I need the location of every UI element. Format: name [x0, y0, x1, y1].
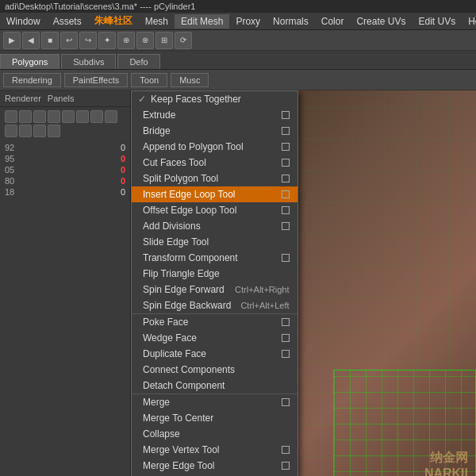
viewport[interactable]: 纳金网 NARKII ✓Keep Faces Together Extrude … — [131, 90, 476, 476]
dd-item-15[interactable]: Wedge Face — [132, 330, 298, 346]
dd-option-box-10[interactable] — [282, 254, 290, 262]
left-panel-header: RendererPanels — [0, 90, 130, 107]
dd-option-box-2[interactable] — [282, 127, 290, 135]
dd-item-text-5: Split Polygon Tool — [143, 173, 275, 184]
dd-option-box-23[interactable] — [282, 462, 290, 470]
panel-icon-11[interactable] — [48, 125, 60, 137]
dd-option-box-15[interactable] — [282, 334, 290, 342]
dd-item-0[interactable]: ✓Keep Faces Together — [132, 91, 298, 107]
menu-item-window[interactable]: Window — [0, 14, 47, 29]
dd-item-8[interactable]: Add Divisions — [132, 218, 298, 234]
menu-item-edit-mesh[interactable]: Edit Mesh — [175, 14, 229, 29]
dd-option-box-1[interactable] — [282, 111, 290, 119]
tb-btn-6[interactable]: ✦ — [98, 32, 116, 49]
tb-btn-1[interactable]: ▶ — [3, 32, 21, 49]
dd-item-text-12: Spin Edge Forward — [143, 284, 225, 295]
dd-item-16[interactable]: Duplicate Face — [132, 346, 298, 362]
dd-item-9[interactable]: Slide Edge Tool — [132, 234, 298, 250]
panel-icon-6[interactable] — [90, 110, 103, 123]
dd-item-6[interactable]: Insert Edge Loop Tool — [132, 186, 298, 202]
tb-btn-2[interactable]: ◀ — [22, 32, 40, 49]
tb-btn-5[interactable]: ↪ — [79, 32, 97, 49]
dd-option-box-5[interactable] — [282, 175, 290, 182]
panel-icon-4[interactable] — [62, 110, 75, 123]
menu-item-color[interactable]: Color — [315, 14, 351, 29]
menu-item-assets[interactable]: Assets — [47, 14, 88, 29]
dd-option-box-8[interactable] — [282, 222, 290, 230]
dd-option-box-19[interactable] — [282, 398, 290, 406]
dd-item-text-9: Slide Edge Tool — [143, 236, 290, 248]
panel-icon-8[interactable] — [5, 125, 17, 137]
dd-item-text-4: Cut Faces Tool — [143, 157, 275, 168]
dd-item-14[interactable]: Poke Face — [132, 313, 298, 330]
panel-icon-3[interactable] — [48, 110, 60, 123]
dd-item-12[interactable]: Spin Edge ForwardCtrl+Alt+Right — [132, 282, 298, 298]
tb-btn-3[interactable]: ■ — [41, 32, 59, 49]
tab-polygons[interactable]: Polygons — [0, 54, 60, 69]
tab2-painteffects[interactable]: PaintEffects — [64, 73, 129, 87]
dd-option-box-6[interactable] — [282, 190, 290, 198]
menu-item-朱峰社区[interactable]: 朱峰社区 — [88, 13, 139, 29]
dd-item-1[interactable]: Extrude — [132, 107, 298, 123]
menu-item-proxy[interactable]: Proxy — [229, 14, 267, 29]
tb-btn-8[interactable]: ⊗ — [136, 32, 154, 49]
panel-icon-5[interactable] — [76, 110, 89, 123]
menu-item-edit-uvs[interactable]: Edit UVs — [412, 14, 462, 29]
dd-item-20[interactable]: Merge To Center — [132, 410, 298, 426]
dd-item-23[interactable]: Merge Edge Tool — [132, 458, 298, 474]
dd-item-11[interactable]: Flip Triangle Edge — [132, 266, 298, 282]
tb-btn-7[interactable]: ⊕ — [117, 32, 135, 49]
menu-item-create-uvs[interactable]: Create UVs — [350, 14, 412, 29]
tb-btn-10[interactable]: ⟳ — [175, 32, 192, 49]
dd-item-10[interactable]: Transform Component — [132, 250, 298, 266]
tb-btn-4[interactable]: ↩ — [60, 32, 78, 49]
dd-shortcut-12: Ctrl+Alt+Right — [235, 285, 289, 294]
dd-option-box-14[interactable] — [282, 318, 290, 326]
tab2-rendering[interactable]: Rendering — [3, 73, 61, 87]
dd-item-22[interactable]: Merge Vertex Tool — [132, 442, 298, 458]
dd-item-text-21: Collapse — [143, 428, 290, 440]
panel-icon-0[interactable] — [5, 110, 17, 123]
dd-item-5[interactable]: Split Polygon Tool — [132, 171, 298, 186]
dd-option-box-22[interactable] — [282, 446, 290, 454]
panel-icon-10[interactable] — [33, 125, 46, 137]
dd-item-text-1: Extrude — [143, 109, 275, 121]
dd-item-7[interactable]: Offset Edge Loop Tool — [132, 202, 298, 218]
dd-item-17[interactable]: Connect Components — [132, 362, 298, 378]
panel-label-panels: Panels — [48, 94, 75, 103]
dd-item-13[interactable]: Spin Edge BackwardCtrl+Alt+Left — [132, 298, 298, 313]
checkmark-icon: ✓ — [138, 94, 146, 105]
dd-option-box-16[interactable] — [282, 350, 290, 358]
stat-row: 050 — [5, 164, 125, 175]
tab2-toon[interactable]: Toon — [131, 73, 167, 87]
dd-item-4[interactable]: Cut Faces Tool — [132, 155, 298, 171]
tab-defo[interactable]: Defo — [117, 54, 159, 69]
stat-value: 0 — [121, 176, 125, 186]
dd-item-text-6: Insert Edge Loop Tool — [143, 189, 275, 200]
dd-option-box-4[interactable] — [282, 159, 290, 167]
dd-item-19[interactable]: Merge — [132, 393, 298, 410]
menu-item-normals[interactable]: Normals — [267, 14, 315, 29]
menu-item-help[interactable]: Help — [462, 14, 476, 29]
panel-icon-1[interactable] — [19, 110, 32, 123]
dd-item-text-22: Merge Vertex Tool — [143, 444, 275, 455]
dd-item-text-10: Transform Component — [143, 252, 275, 263]
tab-subdivs[interactable]: Subdivs — [61, 54, 116, 69]
dd-option-box-7[interactable] — [282, 206, 290, 214]
stat-label: 05 — [5, 165, 14, 175]
panel-icon-9[interactable] — [19, 125, 32, 137]
dd-item-3[interactable]: Append to Polygon Tool — [132, 139, 298, 155]
dropdown-menu: ✓Keep Faces Together Extrude Bridge Appe… — [131, 90, 298, 476]
tb-btn-9[interactable]: ⊞ — [155, 32, 173, 49]
dd-item-18[interactable]: Detach Component — [132, 378, 298, 393]
menu-item-mesh[interactable]: Mesh — [139, 14, 175, 29]
panel-icon-2[interactable] — [33, 110, 46, 123]
dd-option-box-3[interactable] — [282, 143, 290, 151]
dd-item-2[interactable]: Bridge — [132, 123, 298, 139]
tab2-musc[interactable]: Musc — [171, 73, 209, 87]
title-text: adi\Desktop\Tutorial\scenes\3.ma* ---- p… — [5, 2, 195, 11]
panel-icon-7[interactable] — [105, 110, 117, 123]
dd-item-21[interactable]: Collapse — [132, 426, 298, 442]
toolbar-2: RenderingPaintEffectsToonMusc — [0, 70, 476, 90]
stat-label: 92 — [5, 143, 14, 152]
